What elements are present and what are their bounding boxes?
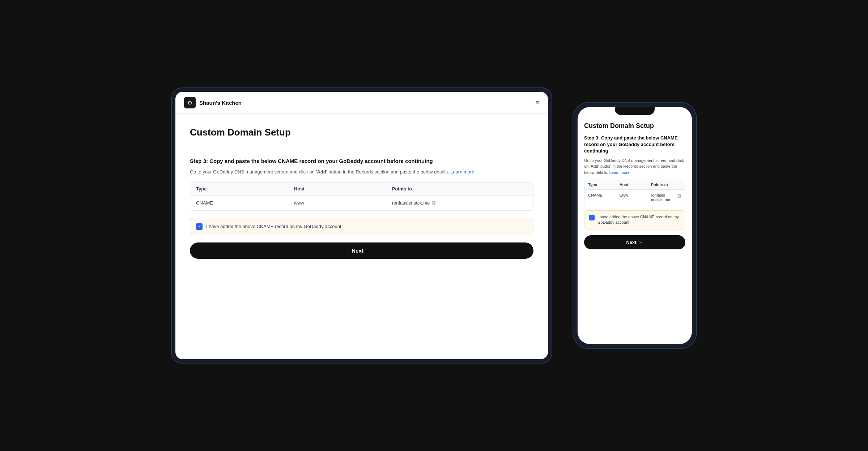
phone-col-type: Type	[584, 180, 616, 189]
phone-screen: Custom Domain Setup Step 3: Copy and pas…	[578, 107, 692, 344]
phone-notch	[615, 107, 655, 115]
phone-page-title: Custom Domain Setup	[584, 122, 685, 130]
step-desc-rest: button in the Records section and paste …	[327, 169, 449, 175]
tablet-navbar: ⚙ Shaun's Kitchen ≡	[175, 92, 548, 114]
col-type-header: Type	[190, 182, 288, 195]
step-desc-plain: Go to your GoDaddy DNS management screen…	[190, 169, 316, 175]
phone-dns-row: CNAME www ronfassl er.stck. me ⧉	[584, 190, 685, 205]
page-title: Custom Domain Setup	[190, 127, 533, 138]
next-label: Next	[352, 248, 363, 254]
phone-col-points: Points to	[647, 180, 685, 189]
checkbox-label: I have added the above CNAME record on m…	[206, 224, 341, 229]
col-points-header: Points to	[386, 182, 533, 195]
phone-step-heading: Step 3: Copy and paste the below CNAME r…	[584, 135, 685, 155]
brand-area: ⚙ Shaun's Kitchen	[184, 97, 242, 108]
divider	[190, 147, 533, 147]
col-host-header: Host	[288, 182, 386, 195]
dns-table: Type Host Points to CNAME www ronfassler…	[190, 182, 533, 211]
step-description: Go to your GoDaddy DNS management screen…	[190, 168, 533, 176]
phone-next-button[interactable]: Next →	[584, 235, 685, 249]
next-button[interactable]: Next →	[190, 242, 533, 259]
phone-step-description: Go to your GoDaddy DNS management screen…	[584, 158, 685, 176]
step-desc-bold: 'Add'	[316, 169, 327, 175]
hamburger-icon[interactable]: ≡	[535, 99, 539, 107]
phone-next-arrow: →	[639, 240, 643, 245]
tablet-content-area: Custom Domain Setup Step 3: Copy and pas…	[175, 114, 548, 359]
step-heading: Step 3: Copy and paste the below CNAME r…	[190, 157, 533, 165]
phone-next-label: Next	[626, 240, 636, 245]
dns-table-row: CNAME www ronfassler.stck.me ⧉	[190, 196, 533, 210]
tablet-device: ⚙ Shaun's Kitchen ≡ Custom Domain Setup …	[172, 88, 552, 363]
phone-checkbox-checked[interactable]: ✓	[589, 215, 595, 220]
cell-type: CNAME	[190, 196, 288, 210]
checkbox-checked[interactable]: ✓	[196, 223, 203, 230]
checkbox-row[interactable]: ✓ I have added the above CNAME record on…	[190, 218, 533, 235]
cell-points-to: ronfassler.stck.me ⧉	[386, 196, 533, 210]
phone-checkbox-label: I have added the above CNAME record on m…	[597, 214, 681, 226]
phone-desc-bold: 'Add'	[590, 164, 599, 168]
phone-content-area: Custom Domain Setup Step 3: Copy and pas…	[578, 118, 692, 344]
phone-cell-points-to: ronfassl er.stck. me ⧉	[647, 190, 685, 205]
phone-dns-header: Type Host Points to	[584, 180, 685, 190]
brand-name: Shaun's Kitchen	[199, 100, 242, 106]
phone-device: Custom Domain Setup Step 3: Copy and pas…	[573, 103, 696, 348]
phone-cell-type: CNAME	[584, 190, 616, 205]
phone-checkbox-row[interactable]: ✓ I have added the above CNAME record on…	[584, 210, 685, 229]
next-arrow: →	[366, 248, 372, 254]
phone-dns-table: Type Host Points to CNAME www ronfassl e…	[584, 180, 685, 205]
brand-logo-icon: ⚙	[184, 97, 196, 108]
learn-more-link[interactable]: Learn more	[450, 169, 474, 175]
copy-icon[interactable]: ⧉	[432, 200, 435, 206]
cell-host: www	[288, 196, 386, 210]
phone-col-host: Host	[616, 180, 647, 189]
dns-table-header: Type Host Points to	[190, 182, 533, 196]
tablet-screen: ⚙ Shaun's Kitchen ≡ Custom Domain Setup …	[175, 92, 548, 359]
phone-cell-host: www	[616, 190, 647, 205]
phone-copy-icon[interactable]: ⧉	[678, 193, 681, 199]
phone-learn-more-link[interactable]: Learn more	[609, 170, 630, 175]
